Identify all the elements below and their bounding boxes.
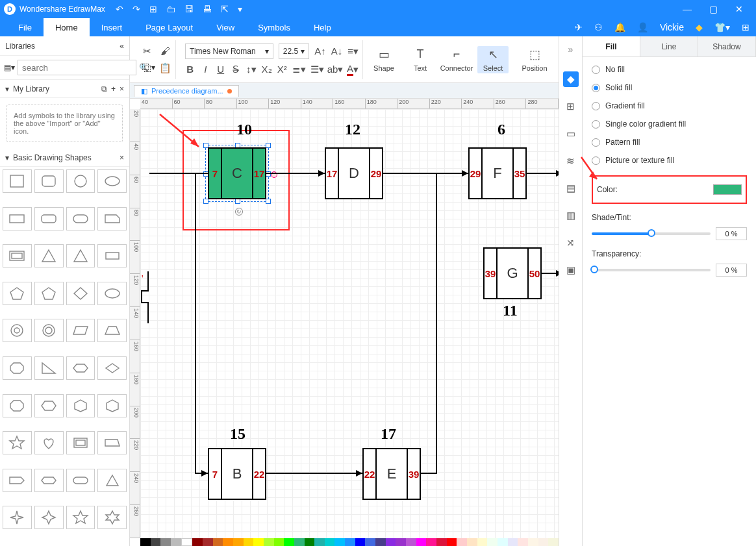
- close-button[interactable]: ✕: [726, 4, 752, 14]
- bullets-icon[interactable]: ≣▾: [292, 63, 305, 76]
- send-icon[interactable]: ✈: [575, 22, 583, 32]
- rail-layers-icon[interactable]: ≋: [563, 153, 579, 169]
- grow-font-icon[interactable]: A↑: [314, 45, 326, 58]
- shape-pill[interactable]: [66, 469, 95, 492]
- rail-chart-icon[interactable]: ▥: [563, 208, 579, 223]
- share-icon[interactable]: ⚇: [594, 22, 603, 32]
- library-menu-icon[interactable]: ▤▾: [4, 63, 15, 72]
- expand-rail-icon[interactable]: »: [563, 42, 579, 57]
- underline-icon[interactable]: U: [216, 63, 226, 76]
- basic-shapes-section[interactable]: ▾ Basic Drawing Shapes ×: [0, 149, 129, 167]
- export-icon[interactable]: ⇱: [221, 4, 229, 14]
- shape-tag2[interactable]: [34, 469, 64, 492]
- my-library-section[interactable]: ▾ My Library ⧉ + ×: [0, 80, 129, 98]
- radio-gradientfill[interactable]: Gradient fill: [592, 101, 747, 110]
- search-input[interactable]: [18, 60, 136, 75]
- shape-ring2[interactable]: [34, 319, 64, 342]
- shape-rect2[interactable]: [97, 244, 127, 267]
- node-f[interactable]: 29 F 35: [468, 147, 527, 199]
- radio-singlegradient[interactable]: Single color gradient fill: [592, 119, 747, 129]
- shape-octagon2[interactable]: [3, 394, 32, 417]
- node-b[interactable]: 7 B 22: [208, 448, 266, 500]
- shape-ring[interactable]: [3, 319, 32, 342]
- shape-square[interactable]: [3, 169, 32, 193]
- node-d[interactable]: 17 D 29: [325, 147, 383, 199]
- shape-trapezoid[interactable]: [97, 319, 127, 342]
- close-section-icon[interactable]: ×: [120, 84, 124, 93]
- shape-roundrect2[interactable]: [66, 207, 95, 230]
- shape-snip[interactable]: [97, 207, 127, 230]
- align-icon[interactable]: ≡▾: [347, 45, 359, 58]
- tab-home[interactable]: Home: [44, 18, 90, 36]
- cut-icon[interactable]: ✂: [140, 45, 153, 58]
- minimize-button[interactable]: —: [674, 4, 700, 14]
- undo-icon[interactable]: ↶: [116, 4, 123, 14]
- tab-view[interactable]: View: [205, 18, 246, 36]
- shape-ellipse[interactable]: [97, 169, 127, 193]
- shade-slider[interactable]: [592, 232, 711, 235]
- shape-star4[interactable]: [34, 506, 64, 529]
- rail-grid-icon[interactable]: ⊞: [563, 99, 579, 114]
- shrink-font-icon[interactable]: A↓: [331, 45, 343, 58]
- list-icon[interactable]: ☰▾: [310, 63, 323, 76]
- shape-oval2[interactable]: [97, 282, 127, 305]
- color-swatch[interactable]: [713, 184, 742, 195]
- shape-rtriangle[interactable]: [34, 356, 64, 380]
- highlight-icon[interactable]: ab▾: [329, 63, 342, 76]
- rail-shuffle-icon[interactable]: ⤨: [563, 235, 579, 251]
- fontcolor-icon[interactable]: A▾: [347, 63, 359, 76]
- connector-button[interactable]: ⌐Connector: [441, 46, 472, 73]
- canvas[interactable]: 406080100120140160180200220240260280 204…: [130, 99, 559, 546]
- transparency-value[interactable]: 0 %: [716, 264, 747, 277]
- tab-insert[interactable]: Insert: [90, 18, 134, 36]
- shape-rect[interactable]: [3, 207, 32, 230]
- node-g[interactable]: 39 G 50: [483, 247, 542, 299]
- italic-icon[interactable]: I: [201, 63, 211, 76]
- shape-trap2[interactable]: [97, 431, 127, 454]
- rtab-line[interactable]: Line: [640, 36, 698, 56]
- group-button[interactable]: ⬚⬚Group: [555, 46, 559, 73]
- sub-icon[interactable]: X₂: [262, 63, 272, 76]
- paste-icon[interactable]: 📋: [158, 62, 171, 75]
- position-button[interactable]: ⬚Position: [519, 46, 550, 73]
- transparency-slider[interactable]: [592, 269, 711, 271]
- tab-file[interactable]: File: [6, 18, 44, 36]
- diamond-icon[interactable]: ◆: [696, 22, 703, 32]
- apps-icon[interactable]: ⊞: [742, 22, 750, 32]
- select-button[interactable]: ↖Select: [477, 46, 509, 73]
- collapse-left-icon[interactable]: «: [120, 42, 124, 51]
- shape-heptagon[interactable]: [66, 394, 95, 417]
- rail-fill-icon[interactable]: ◆: [563, 71, 579, 87]
- font-select[interactable]: Times New Roman▾: [185, 43, 273, 59]
- redo-icon[interactable]: ↷: [132, 4, 140, 14]
- user-icon[interactable]: 👤: [637, 22, 648, 32]
- tshirt-icon[interactable]: 👕▾: [714, 22, 730, 32]
- import-icon[interactable]: ⧉: [101, 84, 107, 93]
- shape-roundrect[interactable]: [34, 207, 64, 230]
- shape-sparkle[interactable]: [3, 506, 32, 529]
- spacing-icon[interactable]: ↕▾: [246, 63, 257, 76]
- node-c[interactable]: 7 C 17: [208, 147, 266, 199]
- radio-patternfill[interactable]: Pattern fill: [592, 138, 747, 147]
- shape-pentagon2[interactable]: [34, 282, 64, 305]
- rail-image-icon[interactable]: ▭: [563, 126, 579, 142]
- shape-star6[interactable]: [97, 506, 127, 529]
- shape-parallelogram[interactable]: [66, 319, 95, 342]
- shape-hex2[interactable]: [34, 394, 64, 417]
- node-e[interactable]: 22 E 39: [362, 448, 421, 500]
- tab-help[interactable]: Help: [302, 18, 343, 36]
- shape-button[interactable]: ▭Shape: [368, 46, 399, 73]
- canvas-grid[interactable]: 10 12 6 ↻ 7 C 17 17: [140, 109, 559, 538]
- color-bar[interactable]: [140, 538, 559, 546]
- strike-icon[interactable]: S̶: [231, 63, 242, 76]
- shape-frame2[interactable]: [66, 431, 95, 454]
- shape-triangle2[interactable]: [66, 244, 95, 267]
- shape-circle[interactable]: [66, 169, 95, 193]
- bell-icon[interactable]: 🔔: [614, 22, 625, 32]
- radio-picturefill[interactable]: Picture or texture fill: [592, 156, 747, 165]
- rail-page-icon[interactable]: ▤: [563, 180, 579, 196]
- rtab-fill[interactable]: Fill: [583, 36, 640, 56]
- sup-icon[interactable]: X²: [277, 63, 288, 76]
- shape-star5[interactable]: [66, 506, 95, 529]
- shape-diamond[interactable]: [66, 282, 95, 305]
